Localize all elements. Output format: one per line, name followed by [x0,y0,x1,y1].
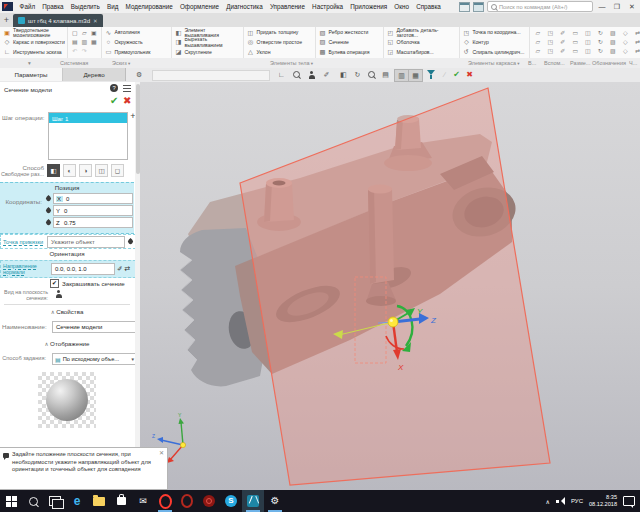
ribbon-tool-icon[interactable] [535,30,540,36]
tool-contour[interactable]: ◇Контур [463,38,527,47]
fill-section-checkbox[interactable] [50,279,59,288]
menu-edit[interactable]: Правка [39,3,67,10]
window-layout-icon[interactable] [459,2,470,12]
sheet-icon[interactable]: ▤ [379,69,392,80]
swap-direction-icon[interactable] [124,265,130,273]
ribbon-tool-icon[interactable] [635,39,640,45]
menu-management[interactable]: Управление [266,3,308,10]
confirm-button[interactable] [450,69,463,80]
ribbon-tool-icon[interactable] [535,39,540,45]
offset-icon[interactable]: ◫ [95,164,108,177]
group-label-frame[interactable]: Элементы каркаса [468,60,519,66]
new-file-icon[interactable]: ▢ [72,30,78,36]
normal-vector-input[interactable]: 0.0, 0.0, 1.0 [51,263,115,275]
ribbon-tool-icon[interactable] [560,48,565,54]
tool-rib[interactable]: ▧Ребро жесткости [319,28,381,37]
open-file-icon[interactable]: ▱ [82,30,87,36]
tool-draft[interactable]: △Уклон [247,48,313,57]
cancel-button[interactable] [463,69,476,80]
browser-3-button[interactable] [198,490,220,512]
clock[interactable]: 8:35 08.12.2018 [589,494,617,507]
opera-button[interactable] [154,490,176,512]
ribbon-tool-icon[interactable] [547,30,553,36]
ribbon-tool-icon[interactable] [572,48,578,54]
zoom-tool-icon[interactable] [290,69,303,80]
apply-button[interactable] [110,95,118,106]
language-indicator[interactable]: РУС [571,498,583,504]
anchor-object-input[interactable]: Укажите объект [47,236,125,248]
assign-method-dropdown[interactable]: По исходному объе... [52,353,138,365]
save-file-icon[interactable]: ▣ [91,30,97,36]
maximize-button[interactable] [611,1,623,12]
taskbar-search-button[interactable] [22,490,44,512]
hint-close-icon[interactable] [159,450,164,458]
print-icon[interactable]: ▤ [72,39,78,45]
manipulator-origin-ball[interactable] [388,317,398,327]
mode-wireframe-surfaces[interactable]: ◇Каркас и поверхности [3,38,65,47]
normal-direction-link[interactable]: Направление нормали [3,263,49,275]
by-object-icon[interactable]: ◐ [63,164,76,177]
ribbon-tool-icon[interactable] [610,39,616,45]
viewport-3d[interactable]: Y Z X Y Z X [140,82,640,490]
tool-add-part[interactable]: ◰Добавить деталь-заготов... [387,28,457,37]
pin-icon[interactable] [45,195,52,202]
mode-solid-modeling[interactable]: ▣Твердотельное моделирование [3,28,65,37]
tab-tree[interactable]: Дерево [63,68,126,81]
tool-scale[interactable]: ◲Масштабиров... [387,48,457,57]
redo-icon[interactable]: ↷ [82,48,87,54]
tool-point-by-coords[interactable]: ◳Точка по координа... [463,28,527,37]
tray-expand-icon[interactable] [546,498,550,505]
display-header[interactable]: Отображение [0,340,134,347]
tool-shell[interactable]: ◱Оболочка [387,38,457,47]
menu-settings[interactable]: Настройка [308,3,346,10]
ribbon-tool-icon[interactable] [623,39,628,45]
menu-diagnostics[interactable]: Диагностика [223,3,267,10]
ribbon-tool-icon[interactable] [623,48,628,54]
ribbon-tool-icon[interactable] [598,48,603,54]
tab-parameters[interactable]: Параметры [0,68,63,81]
ribbon-tool-icon[interactable] [585,48,591,54]
abort-button[interactable] [123,95,131,106]
tool-autoline[interactable]: ∿Автолиния [105,28,169,37]
start-button[interactable] [0,490,22,512]
step-item-selected[interactable]: Шаг 1 [49,113,127,123]
by-plane-icon[interactable]: ◑ [79,164,92,177]
tab-close-icon[interactable] [93,18,98,24]
notification-center-icon[interactable] [623,496,635,506]
kompas-button[interactable] [242,490,264,512]
tool-thicken[interactable]: ◫Придать толщину [247,28,313,37]
corner-tool-icon[interactable]: ∟ [275,69,288,80]
panel-settings-gear-icon[interactable] [136,68,142,81]
window-layout-icon-2[interactable] [473,2,484,12]
menu-applications[interactable]: Приложения [347,3,391,10]
browser-2-button[interactable] [176,490,198,512]
menu-select[interactable]: Выделить [67,3,103,10]
preview-icon[interactable]: ▥ [81,39,87,45]
coord-x-input[interactable]: X 0 [53,193,133,204]
group-label-sketch[interactable]: Эскиз [112,60,130,66]
pin-icon[interactable] [45,219,52,226]
minimize-button[interactable] [596,1,608,12]
edit-tool-icon[interactable]: ✐ [320,69,333,80]
ribbon-tool-icon[interactable] [610,48,616,54]
tool-rectangle[interactable]: ▭Прямоугольник [105,48,169,57]
help-icon[interactable] [110,84,118,92]
export-icon[interactable]: ▦ [91,39,97,45]
operation-step-list[interactable]: Шаг 1 [48,112,128,160]
new-document-button[interactable] [0,14,13,27]
eyedropper-icon[interactable] [117,265,122,273]
ribbon-tool-icon[interactable] [598,30,603,36]
anchor-point-link[interactable]: Точка привязки [3,239,47,245]
render-mode-icon[interactable]: ▥ [394,69,409,82]
material-preview-sphere[interactable] [46,379,88,421]
tool-simple-hole[interactable]: ◎Отверстие простое [247,38,313,47]
ribbon-tool-icon[interactable] [560,39,565,45]
coord-z-input[interactable]: Z 0.75 [53,217,133,228]
mail-button[interactable] [132,490,154,512]
menu-file[interactable]: Файл [16,3,39,10]
undo-icon[interactable]: ↶ [72,48,77,54]
mode-group-caret[interactable]: ▾ [28,60,31,66]
tool-circle[interactable]: ○Окружность [105,38,169,47]
store-button[interactable] [110,490,132,512]
name-input[interactable]: Сечение модели [52,321,138,333]
